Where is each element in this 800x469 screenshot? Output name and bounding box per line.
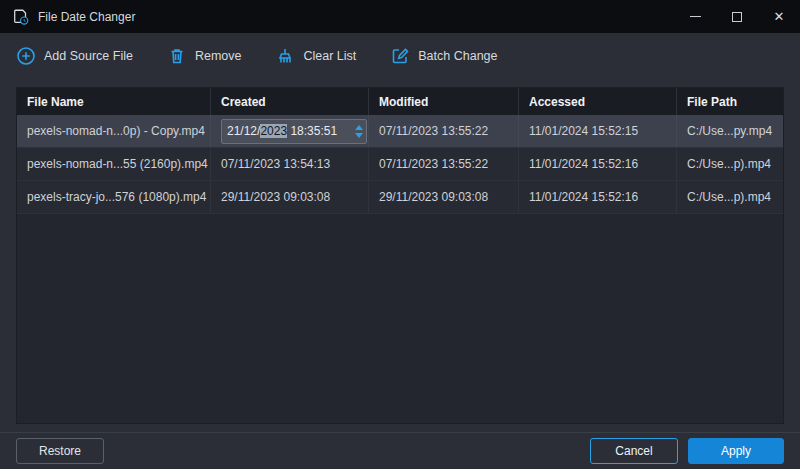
restore-button[interactable]: Restore <box>16 438 104 464</box>
column-header-modified[interactable]: Modified <box>369 88 519 115</box>
cancel-button[interactable]: Cancel <box>590 438 678 464</box>
clear-list-button[interactable]: Clear List <box>275 46 356 66</box>
cell-modified: 07/11/2023 13:55:22 <box>369 148 519 180</box>
cell-modified: 07/11/2023 13:55:22 <box>369 115 519 147</box>
cell-file-path: C:/Use...p).mp4 <box>677 181 783 213</box>
footer: Restore Cancel Apply <box>0 432 800 469</box>
app-icon <box>12 8 30 26</box>
cell-file-path: C:/Use...p).mp4 <box>677 148 783 180</box>
column-header-created[interactable]: Created <box>211 88 369 115</box>
date-spinner <box>351 125 363 138</box>
cell-accessed: 11/01/2024 15:52:15 <box>519 115 677 147</box>
spinner-up-icon[interactable] <box>355 125 363 130</box>
cell-created: 29/11/2023 09:03:08 <box>211 181 369 213</box>
clear-list-label: Clear List <box>303 49 356 63</box>
cell-modified: 29/11/2023 09:03:08 <box>369 181 519 213</box>
titlebar-left: File Date Changer <box>12 8 135 26</box>
column-header-accessed[interactable]: Accessed <box>519 88 677 115</box>
date-segment-pre[interactable]: 21/12/ <box>227 124 260 138</box>
table-header-row: File Name Created Modified Accessed File… <box>17 88 783 115</box>
table-row[interactable]: pexels-nomad-n...0p) - Copy.mp4 21/12/20… <box>17 115 783 148</box>
cell-file-name: pexels-nomad-n...0p) - Copy.mp4 <box>17 115 211 147</box>
close-button[interactable]: ✕ <box>758 0 800 33</box>
remove-label: Remove <box>195 49 242 63</box>
created-date-editor[interactable]: 21/12/2023 18:35:51 <box>221 119 367 144</box>
table-row[interactable]: pexels-nomad-n...55 (2160p).mp4 07/11/20… <box>17 148 783 181</box>
file-table: File Name Created Modified Accessed File… <box>16 87 784 424</box>
trash-icon <box>167 46 187 66</box>
close-icon: ✕ <box>774 9 785 24</box>
cell-file-path: C:/Use...py.mp4 <box>677 115 783 147</box>
cell-accessed: 11/01/2024 15:52:16 <box>519 148 677 180</box>
remove-button[interactable]: Remove <box>167 46 242 66</box>
cell-created: 21/12/2023 18:35:51 <box>211 115 369 147</box>
column-header-file-name[interactable]: File Name <box>17 88 211 115</box>
cell-created: 07/11/2023 13:54:13 <box>211 148 369 180</box>
batch-change-button[interactable]: Batch Change <box>390 46 497 66</box>
batch-change-label: Batch Change <box>418 49 497 63</box>
cell-file-name: pexels-nomad-n...55 (2160p).mp4 <box>17 148 211 180</box>
minimize-icon <box>690 16 701 17</box>
toolbar: Add Source File Remove Clear List <box>0 33 800 79</box>
apply-button[interactable]: Apply <box>688 438 784 464</box>
table-row[interactable]: pexels-tracy-jo...576 (1080p).mp4 29/11/… <box>17 181 783 214</box>
app-window: File Date Changer ✕ Add Source File <box>0 0 800 469</box>
spinner-down-icon[interactable] <box>355 133 363 138</box>
table-empty-area <box>17 214 783 423</box>
window-title: File Date Changer <box>38 10 135 24</box>
add-source-file-button[interactable]: Add Source File <box>16 46 133 66</box>
date-segment-post[interactable]: 18:35:51 <box>287 124 337 138</box>
window-controls: ✕ <box>674 0 800 33</box>
cell-accessed: 11/01/2024 15:52:16 <box>519 181 677 213</box>
add-source-file-label: Add Source File <box>44 49 133 63</box>
date-editor-value: 21/12/2023 18:35:51 <box>227 124 337 138</box>
broom-icon <box>275 46 295 66</box>
plus-circle-icon <box>16 46 36 66</box>
maximize-button[interactable] <box>716 0 758 33</box>
column-header-file-path[interactable]: File Path <box>677 88 783 115</box>
date-segment-selected[interactable]: 2023 <box>260 124 287 138</box>
titlebar: File Date Changer ✕ <box>0 0 800 33</box>
edit-square-icon <box>390 46 410 66</box>
cell-file-name: pexels-tracy-jo...576 (1080p).mp4 <box>17 181 211 213</box>
maximize-icon <box>732 12 742 22</box>
minimize-button[interactable] <box>674 0 716 33</box>
